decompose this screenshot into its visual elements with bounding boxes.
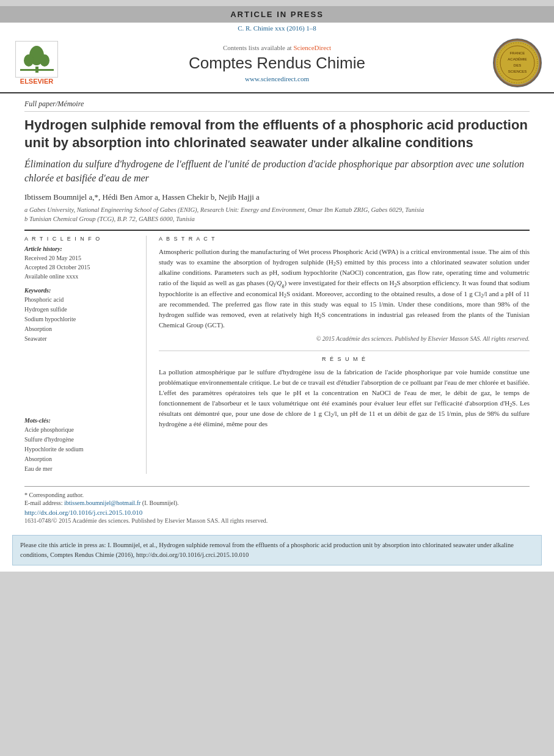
academy-logo: FRANCE ACADÉMIE DES SCIENCES bbox=[493, 38, 542, 87]
accepted-date: Accepted 28 October 2015 bbox=[24, 263, 137, 272]
svg-point-3 bbox=[40, 54, 49, 67]
svg-point-2 bbox=[24, 54, 34, 67]
citation-line: C. R. Chimie xxx (2016) 1–8 bbox=[0, 23, 554, 34]
mot-cle-3: Hypochlorite de sodium bbox=[24, 445, 137, 454]
keyword-5: Seawater bbox=[24, 334, 137, 344]
keyword-2: Hydrogen sulfide bbox=[24, 305, 137, 314]
email-label: E-mail address: bbox=[24, 500, 62, 506]
left-column: A R T I C L E I N F O Article history: R… bbox=[24, 236, 147, 474]
svg-text:ACADÉMIE: ACADÉMIE bbox=[508, 57, 527, 61]
mots-cles-label: Mots-clés: bbox=[24, 417, 137, 424]
doi-link[interactable]: http://dx.doi.org/10.1016/j.crci.2015.10… bbox=[24, 509, 530, 516]
article-title: Hydrogen sulphide removal from the efflu… bbox=[24, 117, 530, 151]
two-column-section: A R T I C L E I N F O Article history: R… bbox=[24, 230, 530, 474]
citation-text: C. R. Chimie xxx (2016) 1–8 bbox=[238, 24, 316, 32]
affiliation-b: b Tunisian Chemical Group (TCG), B.P. 72… bbox=[24, 215, 530, 224]
journal-header: ELSEVIER Contents lists available at Sci… bbox=[0, 34, 554, 93]
svg-text:SCIENCES: SCIENCES bbox=[508, 70, 527, 73]
journal-url-anchor[interactable]: www.sciencedirect.com bbox=[245, 75, 309, 82]
article-history: Article history: Received 20 May 2015 Ac… bbox=[24, 245, 137, 281]
article-subtitle: Élimination du sulfure d'hydrogene de l'… bbox=[24, 158, 530, 185]
journal-url: www.sciencedirect.com bbox=[61, 75, 493, 82]
received-date: Received 20 May 2015 bbox=[24, 253, 137, 263]
available-date: Available online xxxx bbox=[24, 272, 137, 281]
right-column: A B S T R A C T Atmospheric pollution du… bbox=[159, 236, 530, 474]
corresponding-author-text: * Corresponding author. bbox=[24, 492, 84, 498]
mot-cle-1: Acide phosphorique bbox=[24, 425, 137, 435]
keywords-label: Keywords: bbox=[24, 287, 137, 294]
aip-banner: ARTICLE IN PRESS bbox=[0, 6, 554, 23]
affiliations: a Gabes University, National Engineering… bbox=[24, 206, 530, 224]
mots-cles-section: Mots-clés: Acide phosphorique Sulfure d'… bbox=[24, 417, 137, 474]
resume-section: R É S U M É La pollution atmosphérique p… bbox=[159, 351, 530, 429]
svg-point-5 bbox=[495, 41, 539, 85]
svg-rect-4 bbox=[20, 69, 54, 71]
aip-banner-text: ARTICLE IN PRESS bbox=[230, 10, 324, 19]
corresponding-author-note: * Corresponding author. bbox=[24, 492, 530, 498]
elsevier-logo: ELSEVIER bbox=[12, 41, 61, 85]
abstract-copyright: © 2015 Académie des sciences. Published … bbox=[159, 335, 530, 342]
elsevier-logo-img bbox=[15, 41, 58, 78]
paper-type: Full paper/Mémoire bbox=[24, 100, 530, 112]
footer-note: * Corresponding author. E-mail address: … bbox=[24, 486, 530, 524]
keywords-section: Keywords: Phosphoric acid Hydrogen sulfi… bbox=[24, 287, 137, 344]
email-suffix: (I. Boumnijel). bbox=[142, 500, 179, 506]
citation-box-prefix: Please cite this article in press as: I.… bbox=[20, 542, 514, 558]
resume-text: La pollution atmosphérique par le sulfur… bbox=[159, 367, 530, 429]
mot-cle-2: Sulfure d'hydrogène bbox=[24, 435, 137, 445]
issn-line: 1631-0748/© 2015 Académie des sciences. … bbox=[24, 517, 530, 524]
science-direct-link-anchor[interactable]: ScienceDirect bbox=[293, 44, 331, 51]
journal-title: Comptes Rendus Chimie bbox=[61, 54, 493, 73]
page: ARTICLE IN PRESS C. R. Chimie xxx (2016)… bbox=[0, 6, 554, 572]
abstract-label: A B S T R A C T bbox=[159, 236, 530, 242]
mot-cle-5: Eau de mer bbox=[24, 464, 137, 474]
abstract-text: Atmospheric pollution during the manufac… bbox=[159, 247, 530, 330]
science-direct-link: Contents lists available at ScienceDirec… bbox=[61, 44, 493, 51]
svg-text:DES: DES bbox=[514, 64, 521, 67]
authors: Ibtissem Boumnijel a,*, Hédi Ben Amor a,… bbox=[24, 192, 530, 202]
elsevier-wordmark: ELSEVIER bbox=[20, 78, 53, 85]
keyword-4: Absorption bbox=[24, 324, 137, 334]
mot-cle-4: Absorption bbox=[24, 454, 137, 464]
email-link[interactable]: ibtissem.boumnijel@hotmail.fr bbox=[64, 500, 140, 506]
keyword-1: Phosphoric acid bbox=[24, 295, 137, 305]
svg-text:FRANCE: FRANCE bbox=[510, 51, 525, 55]
citation-box: Please cite this article in press as: I.… bbox=[12, 535, 542, 565]
article-info-label: A R T I C L E I N F O bbox=[24, 236, 137, 242]
affiliation-a: a Gabes University, National Engineering… bbox=[24, 206, 530, 215]
resume-label: R É S U M É bbox=[159, 356, 530, 362]
authors-text: Ibtissem Boumnijel a,*, Hédi Ben Amor a,… bbox=[24, 192, 260, 202]
email-note: E-mail address: ibtissem.boumnijel@hotma… bbox=[24, 500, 530, 506]
journal-header-center: Contents lists available at ScienceDirec… bbox=[61, 44, 493, 82]
mots-cles-spacer: Mots-clés: Acide phosphorique Sulfure d'… bbox=[24, 417, 137, 474]
keyword-3: Sodium hypochlorite bbox=[24, 314, 137, 324]
history-label: Article history: bbox=[24, 245, 137, 252]
main-content: Full paper/Mémoire Hydrogen sulphide rem… bbox=[0, 93, 554, 530]
